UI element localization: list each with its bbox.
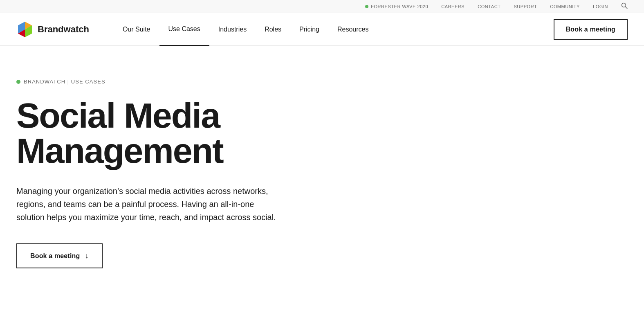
nav-link-roles[interactable]: Roles bbox=[256, 13, 290, 46]
search-icon[interactable] bbox=[621, 2, 628, 10]
nav-link-our-suite[interactable]: Our Suite bbox=[114, 13, 159, 46]
arrow-down-icon: ↓ bbox=[85, 252, 88, 260]
nav-book-meeting-button[interactable]: Book a meeting bbox=[554, 19, 628, 40]
logo-link[interactable]: Brandwatch bbox=[16, 21, 89, 38]
careers-link[interactable]: CAREERS bbox=[441, 4, 464, 9]
breadcrumb-dot bbox=[16, 80, 20, 84]
support-link[interactable]: SUPPORT bbox=[514, 4, 537, 9]
cta-label: Book a meeting bbox=[30, 252, 80, 260]
top-utility-bar: FORRESTER WAVE 2020 CAREERS CONTACT SUPP… bbox=[0, 0, 644, 13]
page-title: Social Media Management bbox=[16, 98, 352, 168]
hero-book-meeting-button[interactable]: Book a meeting ↓ bbox=[16, 243, 103, 268]
nav-link-industries[interactable]: Industries bbox=[209, 13, 256, 46]
nav-cta-area: Book a meeting bbox=[554, 19, 628, 40]
svg-line-1 bbox=[626, 7, 628, 9]
logo-icon bbox=[16, 21, 34, 38]
login-link[interactable]: LOGIN bbox=[593, 4, 608, 9]
contact-link[interactable]: CONTACT bbox=[478, 4, 500, 9]
forrester-label: FORRESTER WAVE 2020 bbox=[371, 4, 428, 9]
nav-link-pricing[interactable]: Pricing bbox=[290, 13, 328, 46]
nav-link-resources[interactable]: Resources bbox=[328, 13, 377, 46]
nav-links: Our Suite Use Cases Industries Roles Pri… bbox=[114, 13, 554, 46]
forrester-link[interactable]: FORRESTER WAVE 2020 bbox=[365, 4, 428, 9]
nav-link-use-cases[interactable]: Use Cases bbox=[159, 13, 209, 46]
main-navigation: Brandwatch Our Suite Use Cases Industrie… bbox=[0, 13, 644, 46]
forrester-dot bbox=[365, 5, 368, 8]
community-link[interactable]: COMMUNITY bbox=[550, 4, 580, 9]
logo-text: Brandwatch bbox=[38, 24, 89, 35]
hero-section: BRANDWATCH | USE CASES Social Media Mana… bbox=[0, 46, 368, 293]
page-description: Managing your organization’s social medi… bbox=[16, 184, 278, 224]
breadcrumb-text: BRANDWATCH | USE CASES bbox=[24, 79, 105, 85]
breadcrumb: BRANDWATCH | USE CASES bbox=[16, 79, 352, 85]
